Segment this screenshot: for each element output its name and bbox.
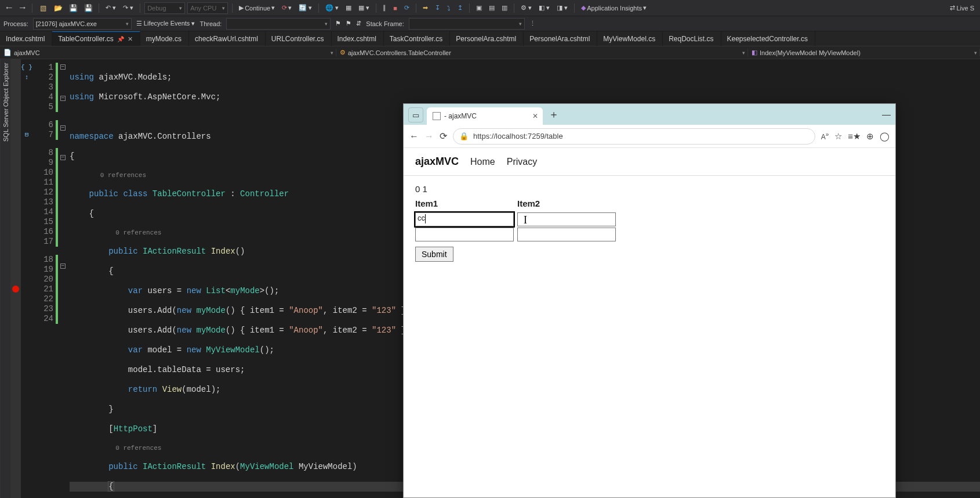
- stack-combo[interactable]: [409, 18, 525, 30]
- tab-index2[interactable]: Index.cshtml: [332, 31, 384, 46]
- tools3-icon[interactable]: ◨ ▾: [554, 3, 570, 13]
- line-number-gutter: 1 2 3 4 5 6 7 8 9 10 11 12 13 14 15 16 1…: [32, 59, 56, 498]
- pin-icon[interactable]: 📌: [117, 36, 124, 42]
- nav-back-icon[interactable]: ⭠: [3, 3, 14, 13]
- tab-tablecontroller[interactable]: TableController.cs📌✕: [52, 31, 140, 46]
- step-out-icon[interactable]: ↥: [455, 3, 465, 13]
- item2-row2-input[interactable]: [517, 228, 616, 241]
- browser-viewport: ajaxMVC Home Privacy 0 1 Item1 Item2 cc …: [404, 148, 895, 497]
- tab-mymode[interactable]: myMode.cs: [140, 31, 189, 46]
- nav-home-link[interactable]: Home: [470, 157, 495, 167]
- platform-combo[interactable]: Any CPU: [187, 2, 228, 14]
- submit-button[interactable]: Submit: [415, 247, 453, 262]
- favicon-icon: [433, 112, 441, 120]
- stack-frame-label: Stack Frame:: [366, 20, 404, 27]
- step-over-icon[interactable]: ⤵: [445, 3, 453, 13]
- item1-row2-input[interactable]: [415, 228, 514, 241]
- collections-icon[interactable]: ⊕: [866, 131, 874, 142]
- undo-icon[interactable]: ↶ ▾: [103, 3, 118, 13]
- tab-personelara2[interactable]: PersonelAra.cshtml: [524, 31, 597, 46]
- main-toolbar: ⭠ ⭢ ▧ 📂 💾 💾 ↶ ▾ ↷ ▾ Debug Any CPU ▶ Cont…: [0, 0, 980, 16]
- lock-icon: 🔒: [459, 132, 469, 140]
- thread-combo[interactable]: [226, 18, 331, 30]
- breakpoint-icon[interactable]: [12, 286, 19, 293]
- window3-icon[interactable]: ▥: [499, 3, 510, 13]
- favorites-bar-icon[interactable]: ≡★: [848, 131, 861, 142]
- redo-icon[interactable]: ↷ ▾: [121, 3, 136, 13]
- thread-icon1[interactable]: ⚑: [335, 20, 341, 27]
- config-combo[interactable]: Debug: [144, 2, 185, 14]
- browser-tab[interactable]: - ajaxMVC ✕: [427, 107, 543, 125]
- tab-index1[interactable]: Index.cshtml: [0, 31, 52, 46]
- hot-reload-icon[interactable]: ⟳ ▾: [280, 3, 294, 13]
- continue-button[interactable]: ▶ Continue ▾: [237, 3, 277, 13]
- stop-icon[interactable]: ■: [391, 3, 400, 13]
- save-icon[interactable]: 💾: [67, 3, 79, 13]
- step-into-icon[interactable]: ↧: [433, 3, 442, 13]
- open-file-icon[interactable]: 📂: [52, 3, 64, 13]
- browser-window: ▭ - ajaxMVC ✕ ＋ — ← → ⟳ 🔒 https://localh…: [403, 103, 896, 498]
- window2-icon[interactable]: ▤: [487, 3, 497, 13]
- tab-taskcontroller[interactable]: TaskController.cs: [384, 31, 450, 46]
- tab-urlcontroller[interactable]: URLController.cs: [266, 31, 332, 46]
- restart-icon[interactable]: 🔄 ▾: [296, 3, 314, 13]
- process-combo[interactable]: [21076] ajaxMVC.exe: [33, 18, 132, 30]
- browser-address-bar: ← → ⟳ 🔒 https://localhost:7259/table A» …: [404, 125, 895, 148]
- process-label: Process:: [3, 20, 28, 27]
- restart-debug-icon[interactable]: ⟳: [402, 3, 412, 13]
- tab-personelara1[interactable]: PersonelAra.cshtml: [450, 31, 524, 46]
- nav-privacy-link[interactable]: Privacy: [507, 157, 537, 167]
- app-insights-button[interactable]: ◆ Application Insights ▾: [579, 3, 649, 13]
- item1-row1-input[interactable]: cc: [415, 212, 514, 226]
- fold-gutter[interactable]: − − − − −: [58, 59, 67, 498]
- tab-myviewmodel[interactable]: MyViewModel.cs: [597, 31, 663, 46]
- more-icon[interactable]: ◯: [880, 131, 890, 142]
- read-aloud-icon[interactable]: A»: [821, 131, 829, 142]
- thread-icon2[interactable]: ⚑: [346, 20, 351, 27]
- browser-tab-title: - ajaxMVC: [444, 112, 477, 120]
- tab-checkrawurl[interactable]: checkRawUrl.cshtml: [189, 31, 266, 46]
- url-input[interactable]: 🔒 https://localhost:7259/table: [453, 128, 815, 145]
- pause-icon[interactable]: ∥: [380, 3, 389, 13]
- new-project-icon[interactable]: ▧: [37, 3, 49, 13]
- thread-icon3[interactable]: ⇵: [356, 20, 361, 27]
- project-scope-combo[interactable]: 📄ajaxMVC: [0, 49, 336, 56]
- overflow-icon[interactable]: ⋮: [529, 20, 536, 27]
- counter-text: 0 1: [415, 184, 884, 194]
- save-all-icon[interactable]: 💾: [82, 3, 95, 13]
- tab-close-icon[interactable]: ✕: [532, 112, 538, 120]
- tab-keepselected[interactable]: KeepselectedController.cs: [721, 31, 815, 46]
- tab-actions-icon[interactable]: ▭: [408, 107, 423, 122]
- debug-process-toolbar: Process: [21076] ajaxMVC.exe ☰ Lifecycle…: [0, 16, 980, 31]
- window-minimize-icon[interactable]: —: [882, 109, 891, 119]
- breakpoint-gutter[interactable]: [10, 59, 21, 498]
- window1-icon[interactable]: ▣: [474, 3, 484, 13]
- favorite-icon[interactable]: ☆: [834, 131, 842, 142]
- nav-back-browser-icon[interactable]: ←: [409, 131, 419, 142]
- site-brand[interactable]: ajaxMVC: [415, 156, 459, 168]
- nav-fwd-browser-icon: →: [424, 131, 434, 142]
- item2-row1-input[interactable]: I: [517, 212, 616, 226]
- show-next-icon[interactable]: ➡: [420, 3, 430, 13]
- document-tabs: Index.cshtml TableController.cs📌✕ myMode…: [0, 31, 980, 46]
- script-icon[interactable]: ▦: [343, 3, 354, 13]
- tools2-icon[interactable]: ◧ ▾: [536, 3, 552, 13]
- class-scope-combo[interactable]: ⚙ajaxMVC.Controllers.TableController: [336, 49, 748, 56]
- sql-explorer-tab[interactable]: SQL Server Object Explorer: [0, 59, 10, 498]
- live-share-button[interactable]: ⇄ Live S: [948, 3, 977, 13]
- nav-fwd-icon[interactable]: ⭢: [17, 3, 28, 13]
- lifecycle-events-button[interactable]: ☰ Lifecycle Events ▾: [136, 20, 195, 27]
- browser-link-icon[interactable]: 🌐 ▾: [323, 3, 341, 13]
- tools1-icon[interactable]: ⚙ ▾: [518, 3, 534, 13]
- close-icon[interactable]: ✕: [128, 35, 133, 43]
- member-scope-combo[interactable]: ◧Index(MyViewModel MyViewModel): [748, 49, 980, 56]
- table-row: [415, 227, 618, 242]
- browser-titlebar[interactable]: ▭ - ajaxMVC ✕ ＋ —: [404, 104, 895, 125]
- symbol-navbar: 📄ajaxMVC ⚙ajaxMVC.Controllers.TableContr…: [0, 46, 980, 59]
- refresh-icon[interactable]: ⟳: [440, 131, 447, 142]
- table-row: cc I: [415, 212, 618, 227]
- new-tab-icon[interactable]: ＋: [549, 107, 559, 121]
- text-cursor-icon: I: [524, 214, 527, 226]
- tab-reqdoclist[interactable]: ReqDocList.cs: [663, 31, 721, 46]
- script2-icon[interactable]: ▦ ▾: [356, 3, 372, 13]
